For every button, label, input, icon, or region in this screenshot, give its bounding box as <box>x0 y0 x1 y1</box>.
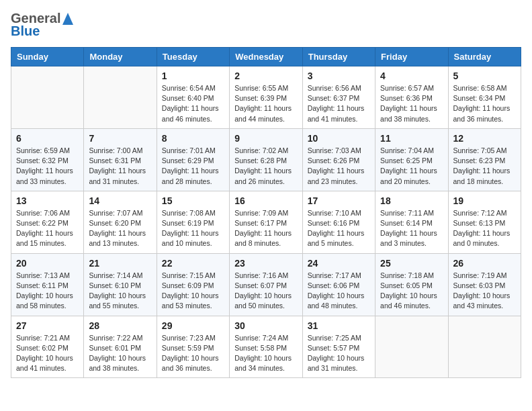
day-number: 30 <box>234 320 297 331</box>
day-info: Sunrise: 7:11 AM Sunset: 6:14 PM Dayligh… <box>380 208 443 249</box>
day-info: Sunrise: 7:10 AM Sunset: 6:16 PM Dayligh… <box>308 208 370 249</box>
day-number: 4 <box>380 71 443 81</box>
calendar-cell: 18Sunrise: 7:11 AM Sunset: 6:14 PM Dayli… <box>375 191 448 253</box>
day-info: Sunrise: 7:25 AM Sunset: 5:57 PM Dayligh… <box>308 333 370 374</box>
day-number: 2 <box>234 71 297 81</box>
calendar-table: SundayMondayTuesdayWednesdayThursdayFrid… <box>11 47 521 378</box>
day-number: 3 <box>308 71 370 81</box>
calendar-cell: 19Sunrise: 7:12 AM Sunset: 6:13 PM Dayli… <box>448 191 521 253</box>
calendar-cell: 17Sunrise: 7:10 AM Sunset: 6:16 PM Dayli… <box>302 191 375 253</box>
day-number: 5 <box>453 71 516 81</box>
calendar-cell: 8Sunrise: 7:01 AM Sunset: 6:29 PM Daylig… <box>157 128 229 191</box>
calendar-cell: 12Sunrise: 7:05 AM Sunset: 6:23 PM Dayli… <box>448 128 521 191</box>
calendar-cell: 7Sunrise: 7:00 AM Sunset: 6:31 PM Daylig… <box>84 128 157 191</box>
calendar-cell: 23Sunrise: 7:16 AM Sunset: 6:07 PM Dayli… <box>230 253 302 316</box>
calendar-cell: 11Sunrise: 7:04 AM Sunset: 6:25 PM Dayli… <box>375 128 448 191</box>
day-number: 25 <box>380 258 443 269</box>
day-info: Sunrise: 7:23 AM Sunset: 5:59 PM Dayligh… <box>162 333 224 374</box>
day-number: 22 <box>162 258 224 269</box>
day-info: Sunrise: 7:01 AM Sunset: 6:29 PM Dayligh… <box>162 146 224 187</box>
day-number: 31 <box>308 320 370 331</box>
day-number: 1 <box>162 71 224 81</box>
day-number: 28 <box>89 320 151 331</box>
calendar-cell: 14Sunrise: 7:07 AM Sunset: 6:20 PM Dayli… <box>84 191 157 253</box>
day-info: Sunrise: 6:58 AM Sunset: 6:34 PM Dayligh… <box>453 83 516 124</box>
weekday-header-row: SundayMondayTuesdayWednesdayThursdayFrid… <box>11 48 521 66</box>
calendar-cell: 29Sunrise: 7:23 AM Sunset: 5:59 PM Dayli… <box>157 316 229 378</box>
calendar-cell <box>375 316 448 378</box>
logo: General Blue <box>11 11 74 39</box>
day-info: Sunrise: 7:03 AM Sunset: 6:26 PM Dayligh… <box>308 146 370 187</box>
day-info: Sunrise: 7:08 AM Sunset: 6:19 PM Dayligh… <box>162 208 224 249</box>
calendar-cell: 13Sunrise: 7:06 AM Sunset: 6:22 PM Dayli… <box>11 191 84 253</box>
calendar-cell: 25Sunrise: 7:18 AM Sunset: 6:05 PM Dayli… <box>375 253 448 316</box>
calendar-week-row: 13Sunrise: 7:06 AM Sunset: 6:22 PM Dayli… <box>11 191 521 253</box>
svg-marker-0 <box>62 13 73 25</box>
day-info: Sunrise: 6:54 AM Sunset: 6:40 PM Dayligh… <box>162 83 224 124</box>
day-info: Sunrise: 7:19 AM Sunset: 6:03 PM Dayligh… <box>453 271 516 312</box>
day-number: 10 <box>308 133 370 144</box>
calendar-cell: 26Sunrise: 7:19 AM Sunset: 6:03 PM Dayli… <box>448 253 521 316</box>
day-info: Sunrise: 7:07 AM Sunset: 6:20 PM Dayligh… <box>89 208 151 249</box>
weekday-header: Wednesday <box>230 48 302 66</box>
logo-triangle-icon <box>62 11 74 26</box>
day-info: Sunrise: 7:18 AM Sunset: 6:05 PM Dayligh… <box>380 271 443 312</box>
day-number: 7 <box>89 133 151 144</box>
day-info: Sunrise: 7:06 AM Sunset: 6:22 PM Dayligh… <box>16 208 79 249</box>
calendar-week-row: 27Sunrise: 7:21 AM Sunset: 6:02 PM Dayli… <box>11 316 521 378</box>
weekday-header: Sunday <box>11 48 84 66</box>
calendar-cell: 4Sunrise: 6:57 AM Sunset: 6:36 PM Daylig… <box>375 66 448 129</box>
calendar-cell: 5Sunrise: 6:58 AM Sunset: 6:34 PM Daylig… <box>448 66 521 129</box>
calendar-cell: 28Sunrise: 7:22 AM Sunset: 6:01 PM Dayli… <box>84 316 157 378</box>
weekday-header: Saturday <box>448 48 521 66</box>
day-info: Sunrise: 6:59 AM Sunset: 6:32 PM Dayligh… <box>16 146 79 187</box>
day-number: 6 <box>16 133 79 144</box>
day-number: 29 <box>162 320 224 331</box>
day-info: Sunrise: 7:22 AM Sunset: 6:01 PM Dayligh… <box>89 333 151 374</box>
day-info: Sunrise: 6:57 AM Sunset: 6:36 PM Dayligh… <box>380 83 443 124</box>
day-info: Sunrise: 6:55 AM Sunset: 6:39 PM Dayligh… <box>234 83 297 124</box>
day-number: 13 <box>16 195 79 206</box>
day-info: Sunrise: 7:17 AM Sunset: 6:06 PM Dayligh… <box>308 271 370 312</box>
logo-blue-part: Blue <box>11 24 40 38</box>
calendar-cell: 22Sunrise: 7:15 AM Sunset: 6:09 PM Dayli… <box>157 253 229 316</box>
calendar-week-row: 1Sunrise: 6:54 AM Sunset: 6:40 PM Daylig… <box>11 66 521 129</box>
day-number: 26 <box>453 258 516 269</box>
day-info: Sunrise: 7:00 AM Sunset: 6:31 PM Dayligh… <box>89 146 151 187</box>
calendar-cell <box>84 66 157 129</box>
calendar-cell: 27Sunrise: 7:21 AM Sunset: 6:02 PM Dayli… <box>11 316 84 378</box>
day-number: 11 <box>380 133 443 144</box>
calendar-cell: 16Sunrise: 7:09 AM Sunset: 6:17 PM Dayli… <box>230 191 302 253</box>
day-info: Sunrise: 7:12 AM Sunset: 6:13 PM Dayligh… <box>453 208 516 249</box>
day-number: 23 <box>234 258 297 269</box>
day-number: 16 <box>234 195 297 206</box>
day-number: 19 <box>453 195 516 206</box>
day-info: Sunrise: 7:04 AM Sunset: 6:25 PM Dayligh… <box>380 146 443 187</box>
day-number: 20 <box>16 258 79 269</box>
weekday-header: Tuesday <box>157 48 229 66</box>
day-info: Sunrise: 7:16 AM Sunset: 6:07 PM Dayligh… <box>234 271 297 312</box>
weekday-header: Thursday <box>302 48 375 66</box>
calendar-week-row: 20Sunrise: 7:13 AM Sunset: 6:11 PM Dayli… <box>11 253 521 316</box>
day-number: 24 <box>308 258 370 269</box>
calendar-cell: 3Sunrise: 6:56 AM Sunset: 6:37 PM Daylig… <box>302 66 375 129</box>
day-number: 14 <box>89 195 151 206</box>
weekday-header: Monday <box>84 48 157 66</box>
day-number: 27 <box>16 320 79 331</box>
calendar-cell: 9Sunrise: 7:02 AM Sunset: 6:28 PM Daylig… <box>230 128 302 191</box>
day-number: 17 <box>308 195 370 206</box>
day-info: Sunrise: 7:14 AM Sunset: 6:10 PM Dayligh… <box>89 271 151 312</box>
day-info: Sunrise: 6:56 AM Sunset: 6:37 PM Dayligh… <box>308 83 370 124</box>
calendar-cell: 1Sunrise: 6:54 AM Sunset: 6:40 PM Daylig… <box>157 66 229 129</box>
weekday-header: Friday <box>375 48 448 66</box>
calendar-cell: 30Sunrise: 7:24 AM Sunset: 5:58 PM Dayli… <box>230 316 302 378</box>
day-number: 8 <box>162 133 224 144</box>
calendar-cell: 21Sunrise: 7:14 AM Sunset: 6:10 PM Dayli… <box>84 253 157 316</box>
calendar-cell: 2Sunrise: 6:55 AM Sunset: 6:39 PM Daylig… <box>230 66 302 129</box>
day-number: 21 <box>89 258 151 269</box>
calendar-cell: 31Sunrise: 7:25 AM Sunset: 5:57 PM Dayli… <box>302 316 375 378</box>
page-header: General Blue <box>11 11 521 39</box>
day-info: Sunrise: 7:15 AM Sunset: 6:09 PM Dayligh… <box>162 271 224 312</box>
calendar-cell: 24Sunrise: 7:17 AM Sunset: 6:06 PM Dayli… <box>302 253 375 316</box>
day-number: 9 <box>234 133 297 144</box>
